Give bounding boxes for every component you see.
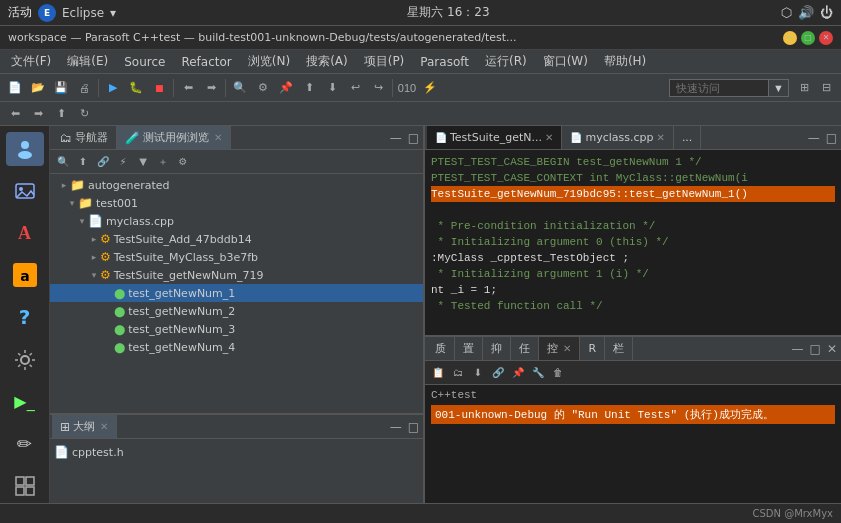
tree-item-autogenerated[interactable]: ▸ 📁 autogenerated	[50, 176, 423, 194]
sidebar-icon-help[interactable]: ?	[6, 300, 44, 334]
bottom-tb-down[interactable]: ⬇	[469, 364, 487, 382]
menu-browse[interactable]: 浏览(N)	[241, 51, 297, 72]
menu-parasoft[interactable]: Parasoft	[413, 53, 476, 71]
tb-stop-btn[interactable]: ⏹	[148, 77, 170, 99]
bottom-tab-console[interactable]: 控 ✕	[539, 337, 580, 360]
bottom-tb-copy[interactable]: 📋	[429, 364, 447, 382]
bottom-panel-minimize[interactable]: —	[790, 340, 806, 358]
tb-back-btn[interactable]: ⬅	[177, 77, 199, 99]
tb-up-btn[interactable]: ⬆	[298, 77, 320, 99]
network-icon[interactable]: ⬡	[781, 5, 792, 20]
menu-help[interactable]: 帮助(H)	[597, 51, 653, 72]
tb-run-btn[interactable]: ▶	[102, 77, 124, 99]
outline-minimize[interactable]: —	[388, 418, 404, 436]
outline-tab-close[interactable]: ✕	[100, 421, 108, 432]
menu-search[interactable]: 搜索(A)	[299, 51, 355, 72]
sidebar-icon-letter-a[interactable]: A	[6, 216, 44, 250]
tb-redo-btn[interactable]: ↪	[367, 77, 389, 99]
tree-item-test-3[interactable]: ⬤ test_getNewNum_3	[50, 320, 423, 338]
editor-tab-myclass[interactable]: 📄 myclass.cpp ✕	[562, 126, 673, 149]
bottom-tab-bar[interactable]: 栏	[605, 337, 633, 360]
minimize-button[interactable]: —	[783, 31, 797, 45]
tb-extra-btn[interactable]: ⚡	[419, 77, 441, 99]
tab-navigator[interactable]: 🗂 导航器	[52, 126, 117, 149]
tree-item-myclass-cpp[interactable]: ▾ 📄 myclass.cpp	[50, 212, 423, 230]
panel-minimize-btn[interactable]: —	[388, 129, 404, 147]
sidebar-icon-terminal[interactable]: ▶_	[6, 385, 44, 419]
eclipse-title[interactable]: Eclipse	[62, 6, 104, 20]
quick-access-input[interactable]	[669, 79, 769, 97]
tb-pin-btn[interactable]: 📌	[275, 77, 297, 99]
sidebar-icon-person[interactable]	[6, 132, 44, 166]
eclipse-dropdown-icon[interactable]: ▾	[110, 6, 116, 20]
sidebar-icon-grid[interactable]	[6, 469, 44, 503]
nav-settings-btn[interactable]: ⚙	[174, 153, 192, 171]
tb-undo-btn[interactable]: ↩	[344, 77, 366, 99]
menu-source[interactable]: Source	[117, 53, 172, 71]
nav-run-btn[interactable]: ⚡	[114, 153, 132, 171]
editor-tab-more[interactable]: ...	[674, 126, 702, 149]
tree-item-test-4[interactable]: ⬤ test_getNewNum_4	[50, 338, 423, 356]
bottom-tab-config[interactable]: 置	[455, 337, 483, 360]
editor-tab-close-0[interactable]: ✕	[545, 132, 553, 143]
outline-file-item[interactable]: 📄 cpptest.h	[54, 443, 419, 461]
testcase-tab-close[interactable]: ✕	[214, 132, 222, 143]
tab-testcase-browser[interactable]: 🧪 测试用例浏览 ✕	[117, 126, 231, 149]
tb-save-btn[interactable]: 💾	[50, 77, 72, 99]
tree-item-test-2[interactable]: ⬤ test_getNewNum_2	[50, 302, 423, 320]
bottom-tb-trash[interactable]: 🗑	[549, 364, 567, 382]
menu-project[interactable]: 项目(P)	[357, 51, 412, 72]
outline-maximize[interactable]: □	[406, 418, 421, 436]
tb-debug-btn[interactable]: 🐛	[125, 77, 147, 99]
tree-item-test001[interactable]: ▾ 📁 test001	[50, 194, 423, 212]
bottom-tab-suppress[interactable]: 抑	[483, 337, 511, 360]
volume-icon[interactable]: 🔊	[798, 5, 814, 20]
bottom-tab-task[interactable]: 任	[511, 337, 539, 360]
eclipse-icon[interactable]: E	[38, 4, 56, 22]
bottom-tab-r[interactable]: R	[580, 337, 605, 360]
tree-item-testsuite-add[interactable]: ▸ ⚙ TestSuite_Add_47bddb14	[50, 230, 423, 248]
tree-item-testsuite-getnewnum[interactable]: ▾ ⚙ TestSuite_getNewNum_719	[50, 266, 423, 284]
tb-settings-btn[interactable]: ⚙	[252, 77, 274, 99]
tb-open-btn[interactable]: 📂	[27, 77, 49, 99]
quick-access-submit[interactable]: ▼	[769, 79, 789, 97]
tb2-refresh[interactable]: ↻	[73, 103, 95, 125]
tree-item-test-1[interactable]: ⬤ test_getNewNum_1	[50, 284, 423, 302]
tb2-nav-back[interactable]: ⬅	[4, 103, 26, 125]
tb-new-btn[interactable]: 📄	[4, 77, 26, 99]
nav-up-btn[interactable]: ⬆	[74, 153, 92, 171]
bottom-tb-link[interactable]: 🔗	[489, 364, 507, 382]
tb2-home[interactable]: ⬆	[50, 103, 72, 125]
tb-forward-btn[interactable]: ➡	[200, 77, 222, 99]
bottom-tb-folder[interactable]: 🗂	[449, 364, 467, 382]
bottom-panel-maximize[interactable]: □	[808, 340, 823, 358]
activities-button[interactable]: 活动	[8, 4, 32, 21]
bottom-tab-quality[interactable]: 质	[427, 337, 455, 360]
tree-item-testsuite-myclass[interactable]: ▸ ⚙ TestSuite_MyClass_b3e7fb	[50, 248, 423, 266]
menu-window[interactable]: 窗口(W)	[536, 51, 595, 72]
panel-maximize-btn[interactable]: □	[406, 129, 421, 147]
tab-outline[interactable]: ⊞ 大纲 ✕	[52, 415, 117, 438]
nav-collapse-btn[interactable]: 🔍	[54, 153, 72, 171]
maximize-button[interactable]: □	[801, 31, 815, 45]
bottom-tb-wrench[interactable]: 🔧	[529, 364, 547, 382]
bottom-panel-close[interactable]: ✕	[825, 340, 839, 358]
sidebar-icon-amazon[interactable]: a	[6, 258, 44, 292]
tb-alt-perspective-btn[interactable]: ⊟	[815, 77, 837, 99]
tb-search-btn[interactable]: 🔍	[229, 77, 251, 99]
nav-link-btn[interactable]: 🔗	[94, 153, 112, 171]
tb-print-btn[interactable]: 🖨	[73, 77, 95, 99]
nav-add-btn[interactable]: ＋	[154, 153, 172, 171]
power-icon[interactable]: ⏻	[820, 5, 833, 20]
bottom-tb-pin[interactable]: 📌	[509, 364, 527, 382]
code-editor[interactable]: PTEST_TEST_CASE_BEGIN test_getNewNum 1 *…	[425, 150, 841, 335]
editor-minimize-btn[interactable]: —	[806, 129, 822, 147]
tb-perspective-btn[interactable]: ⊞	[793, 77, 815, 99]
sidebar-icon-image[interactable]	[6, 174, 44, 208]
tb-mode-btn[interactable]: 010	[396, 77, 418, 99]
tb2-nav-fwd[interactable]: ➡	[27, 103, 49, 125]
menu-edit[interactable]: 编辑(E)	[60, 51, 115, 72]
editor-tab-testsuite[interactable]: 📄 TestSuite_getN... ✕	[427, 126, 562, 149]
editor-tab-close-1[interactable]: ✕	[656, 132, 664, 143]
close-button[interactable]: ✕	[819, 31, 833, 45]
